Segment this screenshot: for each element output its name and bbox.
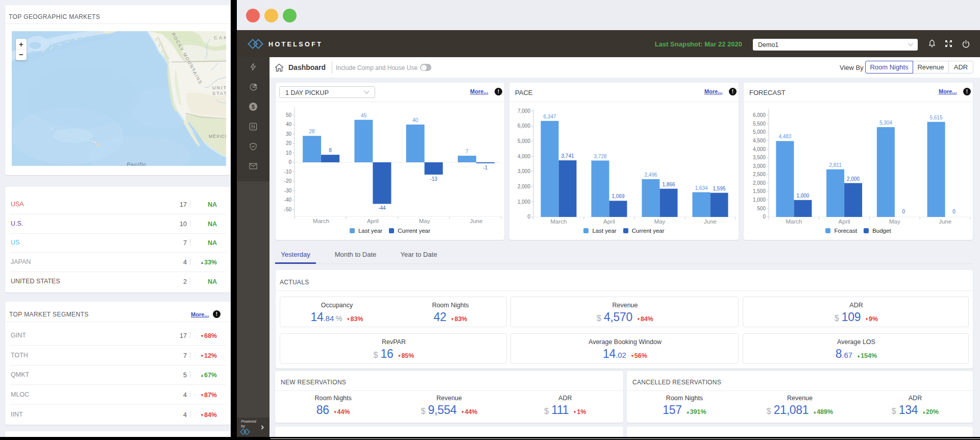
svg-text:4,000: 4,000 <box>518 154 530 159</box>
svg-text:2,000: 2,000 <box>518 184 530 189</box>
svg-text:7,000: 7,000 <box>518 108 530 114</box>
svg-text:1,866: 1,866 <box>662 182 675 187</box>
svg-text:-30: -30 <box>284 188 292 193</box>
svg-text:6,000: 6,000 <box>518 123 530 129</box>
svg-text:0: 0 <box>288 159 291 165</box>
svg-text:20: 20 <box>286 140 292 146</box>
svg-text:3,741: 3,741 <box>561 153 574 159</box>
svg-text:STAT: STAT <box>212 91 226 96</box>
svg-text:8: 8 <box>329 148 332 153</box>
svg-text:March: March <box>786 218 802 225</box>
svg-text:March: March <box>313 218 329 224</box>
svg-text:7: 7 <box>465 149 469 154</box>
svg-text:June: June <box>704 218 717 225</box>
svg-text:1,595: 1,595 <box>713 186 725 191</box>
svg-text:28: 28 <box>309 129 315 134</box>
svg-text:500: 500 <box>757 206 766 211</box>
svg-text:1,000: 1,000 <box>753 197 766 203</box>
svg-text:0: 0 <box>952 209 955 214</box>
svg-text:3,728: 3,728 <box>594 154 606 159</box>
svg-text:1,634: 1,634 <box>695 185 707 191</box>
svg-text:2,000: 2,000 <box>847 176 860 182</box>
svg-text:3,500: 3,500 <box>753 155 766 160</box>
svg-text:1,069: 1,069 <box>611 193 624 199</box>
svg-text:2,811: 2,811 <box>829 162 842 168</box>
svg-text:45: 45 <box>361 113 367 118</box>
svg-text:50: 50 <box>286 112 292 118</box>
svg-text:30: 30 <box>286 131 292 137</box>
svg-text:May: May <box>889 218 900 225</box>
svg-text:5,000: 5,000 <box>753 129 766 135</box>
svg-text:June: June <box>470 218 482 224</box>
svg-text:6,000: 6,000 <box>753 112 766 118</box>
svg-text:-1: -1 <box>483 165 487 170</box>
svg-text:2,500: 2,500 <box>753 172 766 177</box>
svg-text:4,000: 4,000 <box>753 146 766 152</box>
svg-text:May: May <box>419 218 430 224</box>
svg-text:5,000: 5,000 <box>518 138 530 144</box>
svg-text:June: June <box>939 218 951 225</box>
svg-text:10: 10 <box>286 150 292 156</box>
svg-text:-40: -40 <box>284 197 292 203</box>
svg-text:40: 40 <box>286 121 292 127</box>
svg-text:-20: -20 <box>284 178 292 184</box>
svg-text:-10: -10 <box>284 169 292 175</box>
svg-text:April: April <box>603 218 615 225</box>
svg-text:5,500: 5,500 <box>753 121 766 127</box>
svg-text:5,615: 5,615 <box>930 115 943 120</box>
svg-text:UNIT: UNIT <box>212 85 226 90</box>
svg-text:May: May <box>654 218 666 225</box>
svg-text:0: 0 <box>902 209 905 214</box>
svg-text:-44: -44 <box>378 205 386 211</box>
svg-text:4,483: 4,483 <box>778 134 791 139</box>
svg-text:1,000: 1,000 <box>796 193 809 199</box>
svg-text:5,304: 5,304 <box>879 120 892 126</box>
svg-text:April: April <box>367 218 379 224</box>
svg-text:0: 0 <box>763 214 766 219</box>
svg-text:0: 0 <box>527 214 530 219</box>
svg-text:2,496: 2,496 <box>644 172 657 178</box>
svg-text:2,000: 2,000 <box>753 180 766 186</box>
svg-text:3,000: 3,000 <box>753 163 766 169</box>
svg-text:-13: -13 <box>430 176 437 182</box>
svg-text:1,000: 1,000 <box>518 199 530 205</box>
svg-text:4,500: 4,500 <box>753 138 766 143</box>
svg-text:40: 40 <box>412 117 419 123</box>
svg-text:3,000: 3,000 <box>518 168 530 174</box>
svg-text:6,347: 6,347 <box>543 114 556 119</box>
svg-text:-50: -50 <box>284 207 292 212</box>
svg-text:March: March <box>551 218 567 225</box>
svg-text:CANA: CANA <box>214 35 226 40</box>
svg-text:MÉXICO: MÉXICO <box>209 134 226 139</box>
svg-text:Pacific: Pacific <box>127 161 146 166</box>
svg-text:April: April <box>839 218 850 225</box>
svg-text:1,500: 1,500 <box>753 188 766 194</box>
